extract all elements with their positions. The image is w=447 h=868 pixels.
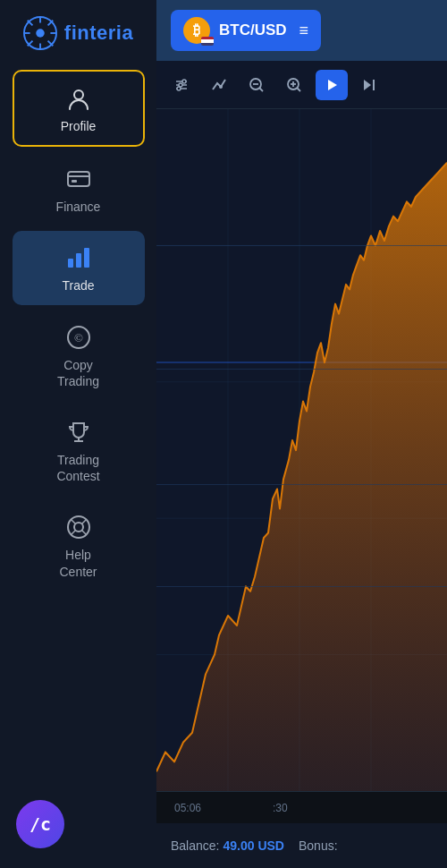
trophy-icon [64, 418, 93, 447]
sidebar-item-profile[interactable]: Profile [13, 70, 145, 147]
price-reference-line [156, 369, 447, 370]
sidebar-item-trading-contest-label: TradingContest [56, 452, 99, 484]
sidebar: finteria Profile Finance [0, 0, 156, 868]
copy-trading-icon: © [64, 323, 93, 352]
pair-selector[interactable]: ₿ BTC/USD ≡ [171, 10, 321, 51]
last-button[interactable] [353, 70, 385, 100]
svg-line-37 [298, 88, 301, 91]
btc-icon: ₿ [183, 17, 210, 44]
top-bar: ₿ BTC/USD ≡ [156, 0, 447, 61]
logo-area: finteria [14, 16, 142, 50]
svg-text:/c: /c [30, 813, 51, 835]
svg-marker-38 [328, 80, 337, 90]
sidebar-item-trading-contest[interactable]: TradingContest [13, 405, 145, 495]
zoom-in-button[interactable] [278, 70, 310, 100]
time-label-2: :30 [273, 802, 288, 814]
price-reference-line-4 [156, 586, 447, 587]
sidebar-item-trade[interactable]: Trade [13, 231, 145, 304]
time-label-1: 05:06 [174, 802, 201, 814]
svg-rect-11 [68, 172, 89, 186]
indicators-button[interactable] [165, 70, 198, 100]
sidebar-item-help-center-label: HelpCenter [59, 547, 97, 579]
svg-rect-14 [68, 259, 73, 268]
main-content: ₿ BTC/USD ≡ [156, 0, 447, 868]
time-axis: 05:06 :30 [156, 791, 447, 823]
svg-point-21 [68, 516, 89, 538]
usd-flag [201, 37, 214, 46]
svg-rect-13 [72, 180, 77, 183]
svg-rect-16 [84, 248, 89, 268]
sidebar-item-copy-trading[interactable]: © CopyTrading [13, 311, 145, 400]
sidebar-item-finance[interactable]: Finance [13, 152, 145, 226]
svg-marker-39 [364, 80, 371, 90]
balance-label: Balance: [171, 838, 219, 853]
price-reference-line-2 [156, 245, 447, 246]
svg-rect-15 [76, 253, 81, 268]
svg-point-29 [177, 87, 181, 90]
help-icon [64, 513, 93, 541]
trade-icon [64, 243, 93, 272]
sidebar-item-copy-trading-label: CopyTrading [57, 357, 99, 389]
finance-icon [64, 165, 93, 193]
bottom-bar: Balance: 49.00 USD Bonus: [156, 823, 447, 868]
svg-line-33 [260, 88, 264, 91]
logo-icon [23, 16, 57, 50]
svg-text:©: © [74, 331, 83, 345]
play-button[interactable] [316, 70, 348, 100]
svg-point-28 [182, 80, 186, 83]
pair-label: BTC/USD [219, 21, 287, 39]
chart-area [156, 109, 447, 791]
svg-point-1 [36, 29, 45, 38]
price-reference-line-3 [156, 484, 447, 485]
profile-icon [64, 84, 93, 113]
sidebar-item-finance-label: Finance [56, 199, 101, 215]
app-name: finteria [64, 21, 133, 45]
zoom-out-button[interactable] [240, 70, 273, 100]
menu-icon: ≡ [299, 21, 309, 40]
svg-point-10 [74, 90, 83, 99]
balance-value: 49.00 USD [223, 838, 283, 853]
sidebar-item-trade-label: Trade [62, 277, 94, 294]
sidebar-item-help-center[interactable]: HelpCenter [13, 500, 145, 590]
chart-toolbar [156, 61, 447, 109]
draw-button[interactable] [203, 70, 235, 100]
svg-point-30 [219, 85, 223, 89]
bottom-logo[interactable]: /c [16, 800, 64, 848]
sidebar-item-profile-label: Profile [61, 118, 97, 134]
btc-chart [156, 109, 447, 791]
bonus-label: Bonus: [299, 838, 338, 853]
